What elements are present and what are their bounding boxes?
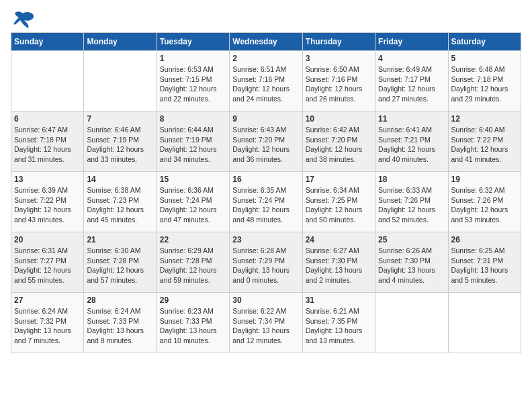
- calendar-day-cell: [11, 51, 84, 111]
- day-info: Sunrise: 6:44 AM Sunset: 7:19 PM Dayligh…: [160, 125, 226, 165]
- calendar-week-row: 6Sunrise: 6:47 AM Sunset: 7:18 PM Daylig…: [11, 111, 521, 172]
- calendar-day-cell: 10Sunrise: 6:42 AM Sunset: 7:20 PM Dayli…: [302, 111, 375, 172]
- calendar-day-cell: 4Sunrise: 6:49 AM Sunset: 7:17 PM Daylig…: [375, 51, 448, 111]
- day-of-week-header: Thursday: [302, 33, 375, 51]
- day-number: 7: [87, 114, 153, 124]
- day-of-week-header: Friday: [375, 33, 448, 51]
- calendar-day-cell: 20Sunrise: 6:31 AM Sunset: 7:27 PM Dayli…: [11, 232, 84, 293]
- calendar-day-cell: 15Sunrise: 6:36 AM Sunset: 7:24 PM Dayli…: [157, 172, 229, 232]
- day-number: 4: [378, 54, 445, 63]
- day-number: 12: [451, 114, 518, 124]
- calendar-day-cell: 17Sunrise: 6:34 AM Sunset: 7:25 PM Dayli…: [302, 172, 375, 232]
- day-number: 21: [87, 235, 153, 244]
- day-info: Sunrise: 6:47 AM Sunset: 7:18 PM Dayligh…: [14, 125, 81, 165]
- day-info: Sunrise: 6:31 AM Sunset: 7:27 PM Dayligh…: [14, 246, 81, 285]
- day-number: 3: [306, 54, 372, 63]
- day-of-week-header: Saturday: [448, 33, 521, 51]
- calendar-day-cell: 26Sunrise: 6:25 AM Sunset: 7:31 PM Dayli…: [448, 232, 521, 293]
- calendar-day-cell: 25Sunrise: 6:26 AM Sunset: 7:30 PM Dayli…: [375, 232, 448, 293]
- day-info: Sunrise: 6:26 AM Sunset: 7:30 PM Dayligh…: [378, 246, 445, 285]
- calendar-table: SundayMondayTuesdayWednesdayThursdayFrid…: [11, 32, 521, 353]
- calendar-day-cell: [375, 293, 448, 353]
- day-info: Sunrise: 6:24 AM Sunset: 7:33 PM Dayligh…: [87, 306, 153, 346]
- day-info: Sunrise: 6:35 AM Sunset: 7:24 PM Dayligh…: [232, 185, 299, 225]
- calendar-day-cell: 16Sunrise: 6:35 AM Sunset: 7:24 PM Dayli…: [230, 172, 302, 232]
- day-of-week-header: Monday: [84, 33, 157, 51]
- calendar-day-cell: 9Sunrise: 6:43 AM Sunset: 7:20 PM Daylig…: [230, 111, 302, 172]
- calendar-day-cell: 5Sunrise: 6:48 AM Sunset: 7:18 PM Daylig…: [448, 51, 521, 111]
- day-number: 23: [232, 235, 299, 244]
- calendar-week-row: 27Sunrise: 6:24 AM Sunset: 7:32 PM Dayli…: [11, 293, 521, 353]
- day-number: 2: [232, 54, 299, 63]
- day-info: Sunrise: 6:24 AM Sunset: 7:32 PM Dayligh…: [14, 306, 81, 346]
- logo: [11, 11, 38, 30]
- day-info: Sunrise: 6:22 AM Sunset: 7:34 PM Dayligh…: [232, 306, 299, 346]
- calendar-week-row: 13Sunrise: 6:39 AM Sunset: 7:22 PM Dayli…: [11, 172, 521, 232]
- calendar-day-cell: 28Sunrise: 6:24 AM Sunset: 7:33 PM Dayli…: [84, 293, 157, 353]
- day-number: 31: [306, 295, 372, 305]
- calendar-day-cell: 3Sunrise: 6:50 AM Sunset: 7:16 PM Daylig…: [302, 51, 375, 111]
- day-info: Sunrise: 6:21 AM Sunset: 7:35 PM Dayligh…: [306, 306, 372, 346]
- calendar-day-cell: 19Sunrise: 6:32 AM Sunset: 7:26 PM Dayli…: [448, 172, 521, 232]
- day-info: Sunrise: 6:36 AM Sunset: 7:24 PM Dayligh…: [160, 185, 226, 225]
- day-number: 22: [160, 235, 226, 244]
- day-info: Sunrise: 6:38 AM Sunset: 7:23 PM Dayligh…: [87, 185, 153, 225]
- calendar-day-cell: [448, 293, 521, 353]
- calendar-day-cell: 30Sunrise: 6:22 AM Sunset: 7:34 PM Dayli…: [230, 293, 302, 353]
- day-of-week-header: Sunday: [11, 33, 84, 51]
- day-number: 1: [160, 54, 226, 63]
- calendar-day-cell: 1Sunrise: 6:53 AM Sunset: 7:15 PM Daylig…: [157, 51, 229, 111]
- day-info: Sunrise: 6:48 AM Sunset: 7:18 PM Dayligh…: [451, 64, 518, 104]
- day-number: 11: [378, 114, 445, 124]
- day-number: 16: [232, 175, 299, 184]
- day-number: 6: [14, 114, 81, 124]
- day-number: 24: [306, 235, 372, 244]
- day-info: Sunrise: 6:23 AM Sunset: 7:33 PM Dayligh…: [160, 306, 226, 346]
- calendar-day-cell: 27Sunrise: 6:24 AM Sunset: 7:32 PM Dayli…: [11, 293, 84, 353]
- calendar-day-cell: 12Sunrise: 6:40 AM Sunset: 7:22 PM Dayli…: [448, 111, 521, 172]
- day-info: Sunrise: 6:51 AM Sunset: 7:16 PM Dayligh…: [232, 64, 299, 104]
- day-number: 25: [378, 235, 445, 244]
- day-info: Sunrise: 6:46 AM Sunset: 7:19 PM Dayligh…: [87, 125, 153, 165]
- calendar-day-cell: 8Sunrise: 6:44 AM Sunset: 7:19 PM Daylig…: [157, 111, 229, 172]
- logo-bird-icon: [11, 11, 35, 30]
- calendar-day-cell: 24Sunrise: 6:27 AM Sunset: 7:30 PM Dayli…: [302, 232, 375, 293]
- day-info: Sunrise: 6:39 AM Sunset: 7:22 PM Dayligh…: [14, 185, 81, 225]
- day-of-week-header: Wednesday: [230, 33, 302, 51]
- day-info: Sunrise: 6:50 AM Sunset: 7:16 PM Dayligh…: [306, 64, 372, 104]
- calendar-day-cell: 23Sunrise: 6:28 AM Sunset: 7:29 PM Dayli…: [230, 232, 302, 293]
- calendar-day-cell: [84, 51, 157, 111]
- day-info: Sunrise: 6:27 AM Sunset: 7:30 PM Dayligh…: [306, 246, 372, 285]
- day-of-week-header: Tuesday: [157, 33, 229, 51]
- calendar-day-cell: 29Sunrise: 6:23 AM Sunset: 7:33 PM Dayli…: [157, 293, 229, 353]
- calendar-header-row: SundayMondayTuesdayWednesdayThursdayFrid…: [11, 33, 521, 51]
- day-number: 15: [160, 175, 226, 184]
- calendar-day-cell: 13Sunrise: 6:39 AM Sunset: 7:22 PM Dayli…: [11, 172, 84, 232]
- day-info: Sunrise: 6:34 AM Sunset: 7:25 PM Dayligh…: [306, 185, 372, 225]
- calendar-day-cell: 7Sunrise: 6:46 AM Sunset: 7:19 PM Daylig…: [84, 111, 157, 172]
- day-info: Sunrise: 6:32 AM Sunset: 7:26 PM Dayligh…: [451, 185, 518, 225]
- day-number: 27: [14, 295, 81, 305]
- day-info: Sunrise: 6:43 AM Sunset: 7:20 PM Dayligh…: [232, 125, 299, 165]
- day-number: 26: [451, 235, 518, 244]
- day-info: Sunrise: 6:29 AM Sunset: 7:28 PM Dayligh…: [160, 246, 226, 285]
- day-number: 13: [14, 175, 81, 184]
- calendar-day-cell: 22Sunrise: 6:29 AM Sunset: 7:28 PM Dayli…: [157, 232, 229, 293]
- day-info: Sunrise: 6:42 AM Sunset: 7:20 PM Dayligh…: [306, 125, 372, 165]
- day-info: Sunrise: 6:30 AM Sunset: 7:28 PM Dayligh…: [87, 246, 153, 285]
- day-info: Sunrise: 6:41 AM Sunset: 7:21 PM Dayligh…: [378, 125, 445, 165]
- page-header: [11, 11, 521, 30]
- day-number: 5: [451, 54, 518, 63]
- day-info: Sunrise: 6:25 AM Sunset: 7:31 PM Dayligh…: [451, 246, 518, 285]
- day-info: Sunrise: 6:33 AM Sunset: 7:26 PM Dayligh…: [378, 185, 445, 225]
- calendar-week-row: 20Sunrise: 6:31 AM Sunset: 7:27 PM Dayli…: [11, 232, 521, 293]
- day-number: 9: [232, 114, 299, 124]
- calendar-day-cell: 14Sunrise: 6:38 AM Sunset: 7:23 PM Dayli…: [84, 172, 157, 232]
- day-number: 14: [87, 175, 153, 184]
- day-number: 18: [378, 175, 445, 184]
- calendar-day-cell: 21Sunrise: 6:30 AM Sunset: 7:28 PM Dayli…: [84, 232, 157, 293]
- day-number: 28: [87, 295, 153, 305]
- calendar-day-cell: 31Sunrise: 6:21 AM Sunset: 7:35 PM Dayli…: [302, 293, 375, 353]
- day-info: Sunrise: 6:53 AM Sunset: 7:15 PM Dayligh…: [160, 64, 226, 104]
- calendar-day-cell: 18Sunrise: 6:33 AM Sunset: 7:26 PM Dayli…: [375, 172, 448, 232]
